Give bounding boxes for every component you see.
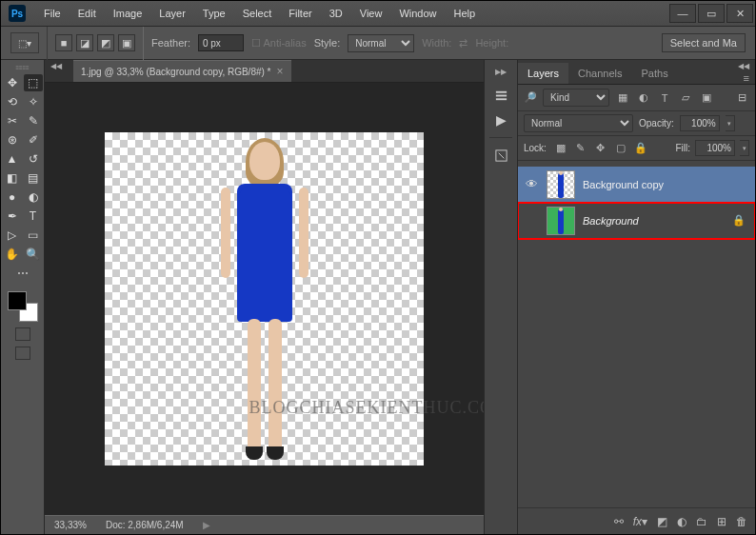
lock-all-icon[interactable]: 🔒 <box>633 141 648 156</box>
screen-mode-button[interactable] <box>15 347 30 360</box>
new-layer-icon[interactable]: ⊞ <box>717 515 726 528</box>
collapse-panels-icon[interactable]: ◀◀ <box>738 62 749 70</box>
zoom-tool[interactable]: 🔍 <box>24 246 43 263</box>
layer-mask-icon[interactable]: ◩ <box>657 515 667 528</box>
tab-channels[interactable]: Channels <box>568 63 631 84</box>
fill-input[interactable] <box>695 140 735 156</box>
menu-file[interactable]: File <box>35 8 70 19</box>
filter-toggle-icon[interactable]: ⊟ <box>734 90 749 106</box>
close-button[interactable]: ✕ <box>726 4 753 23</box>
menu-3d[interactable]: 3D <box>321 8 351 19</box>
quick-mask-button[interactable] <box>15 327 30 341</box>
edit-toolbar[interactable]: ⋯ <box>13 265 32 282</box>
foreground-color[interactable] <box>8 291 27 310</box>
brush-tool[interactable]: ✐ <box>24 131 43 149</box>
swap-wh-icon: ⇄ <box>459 37 468 50</box>
opacity-input[interactable] <box>680 115 720 131</box>
collapse-docs-icon[interactable]: ◀◀ <box>50 62 62 73</box>
menu-select[interactable]: Select <box>234 8 281 19</box>
new-selection-button[interactable]: ■ <box>55 34 72 51</box>
pen-tool[interactable]: ✒ <box>3 208 22 225</box>
canvas-viewport[interactable]: BLOGCHIASEKIENTHUC.COM <box>45 83 484 515</box>
blend-mode-select[interactable]: Normal <box>524 114 633 132</box>
panel-handle[interactable]: ≡≡≡≡ <box>4 64 42 71</box>
menu-view[interactable]: View <box>351 8 391 19</box>
tab-paths[interactable]: Paths <box>632 63 678 84</box>
close-tab-icon[interactable]: × <box>277 65 284 78</box>
history-brush-tool[interactable]: ↺ <box>24 150 43 168</box>
lock-image-icon[interactable]: ✎ <box>573 141 588 156</box>
path-select-tool[interactable]: ▷ <box>3 227 22 244</box>
crop-tool[interactable]: ✂ <box>3 112 22 129</box>
actions-panel-icon[interactable]: ▶ <box>489 109 512 131</box>
menu-type[interactable]: Type <box>194 8 234 19</box>
style-select[interactable]: Normal <box>348 34 414 52</box>
canvas[interactable]: BLOGCHIASEKIENTHUC.COM <box>105 132 424 466</box>
blur-tool[interactable]: ● <box>3 188 22 206</box>
tool-preset-picker[interactable]: ⬚▾ <box>10 32 39 53</box>
filter-smart-icon[interactable]: ▣ <box>699 90 714 106</box>
lock-transparency-icon[interactable]: ▩ <box>553 141 568 156</box>
layer-row[interactable]: 👁 Background copy <box>518 167 755 203</box>
marquee-tool[interactable]: ⬚ <box>24 74 43 91</box>
dodge-tool[interactable]: ◐ <box>24 188 43 206</box>
layer-fx-icon[interactable]: fx▾ <box>633 515 647 528</box>
lock-artboard-icon[interactable]: ▢ <box>613 141 628 156</box>
gradient-tool[interactable]: ▤ <box>24 169 43 187</box>
minimize-button[interactable]: — <box>669 4 696 23</box>
link-layers-icon[interactable]: ⚯ <box>614 515 624 528</box>
filter-shape-icon[interactable]: ▱ <box>678 90 693 106</box>
history-panel-icon[interactable] <box>489 84 512 107</box>
layers-filter-row: 🔎 Kind ▦ ◐ T ▱ ▣ ⊟ <box>518 85 755 111</box>
visibility-toggle[interactable]: 👁 <box>524 177 539 192</box>
filter-adjustment-icon[interactable]: ◐ <box>636 90 651 106</box>
layer-name[interactable]: Background copy <box>583 179 749 190</box>
maximize-button[interactable]: ▭ <box>698 4 725 23</box>
menu-help[interactable]: Help <box>446 8 485 19</box>
menu-edit[interactable]: Edit <box>70 8 105 19</box>
collapse-icon[interactable]: ▶▶ <box>495 68 507 76</box>
layer-thumbnail[interactable] <box>547 207 575 235</box>
quick-mask-group <box>15 327 30 341</box>
filter-kind-select[interactable]: Kind <box>543 89 609 107</box>
move-tool[interactable]: ✥ <box>3 74 22 91</box>
lasso-tool[interactable]: ⟲ <box>3 93 22 110</box>
delete-layer-icon[interactable]: 🗑 <box>736 515 747 528</box>
feather-input[interactable] <box>198 34 244 51</box>
menu-window[interactable]: Window <box>390 8 445 19</box>
lock-position-icon[interactable]: ✥ <box>593 141 608 156</box>
layer-thumbnail[interactable] <box>547 170 575 199</box>
healing-tool[interactable]: ⊛ <box>3 131 22 149</box>
type-tool[interactable]: T <box>24 208 43 225</box>
filter-pixel-icon[interactable]: ▦ <box>615 90 630 106</box>
stamp-tool[interactable]: ▲ <box>3 150 22 168</box>
opacity-dropdown-icon[interactable]: ▾ <box>726 115 735 131</box>
intersect-selection-button[interactable]: ▣ <box>118 34 135 51</box>
menu-filter[interactable]: Filter <box>280 8 320 19</box>
filter-type-icon[interactable]: T <box>657 90 672 106</box>
eyedropper-tool[interactable]: ✎ <box>24 112 43 129</box>
visibility-toggle[interactable] <box>524 213 539 228</box>
fill-dropdown-icon[interactable]: ▾ <box>740 140 749 156</box>
panel-menu-icon[interactable]: ≡ <box>738 72 755 84</box>
layer-row[interactable]: Background 🔒 <box>518 203 755 239</box>
eraser-tool[interactable]: ◧ <box>3 169 22 187</box>
menu-layer[interactable]: Layer <box>150 8 194 19</box>
properties-panel-icon[interactable] <box>489 144 512 167</box>
hand-tool[interactable]: ✋ <box>3 246 22 263</box>
status-flyout-icon[interactable]: ▶ <box>203 520 210 530</box>
svg-rect-0 <box>495 90 506 92</box>
select-and-mask-button[interactable]: Select and Ma <box>662 33 746 52</box>
tab-layers[interactable]: Layers <box>518 63 568 84</box>
layer-name[interactable]: Background <box>583 215 725 227</box>
zoom-level[interactable]: 33,33% <box>54 520 87 530</box>
shape-tool[interactable]: ▭ <box>24 227 43 244</box>
color-swatches[interactable] <box>8 291 38 322</box>
menu-image[interactable]: Image <box>105 8 151 19</box>
quick-select-tool[interactable]: ✧ <box>24 93 43 110</box>
document-tab[interactable]: 1.jpg @ 33,3% (Background copy, RGB/8#) … <box>73 60 291 82</box>
layer-group-icon[interactable]: 🗀 <box>696 515 707 528</box>
adjustment-layer-icon[interactable]: ◐ <box>677 515 686 528</box>
add-selection-button[interactable]: ◪ <box>76 34 93 51</box>
subtract-selection-button[interactable]: ◩ <box>97 34 114 51</box>
